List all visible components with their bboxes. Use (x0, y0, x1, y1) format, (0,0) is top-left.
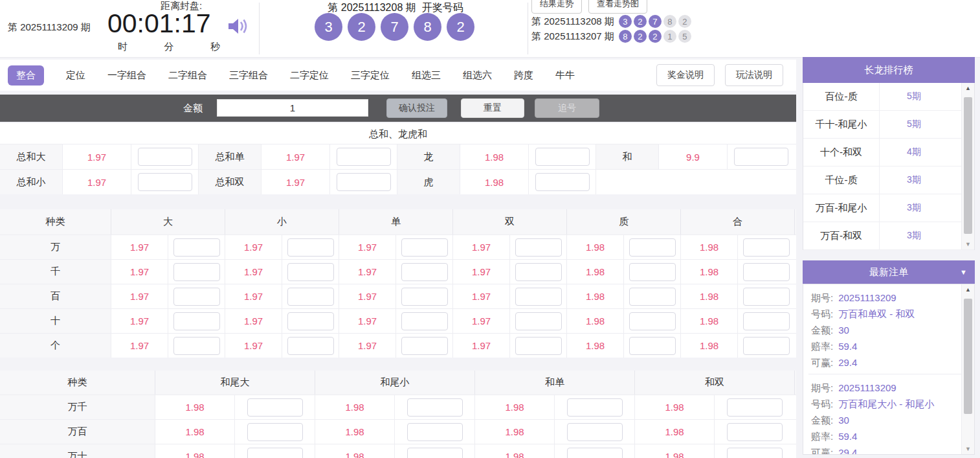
scrollbar[interactable]: ▲ ▼ (961, 83, 974, 249)
list-item[interactable]: 万百-和尾小 3期 (803, 194, 974, 222)
tab-erzi-zuhe[interactable]: 二字组合 (168, 69, 207, 82)
bet-amount-input[interactable] (247, 423, 303, 441)
odds-value: 1.97 (339, 235, 396, 259)
tab-niuniu[interactable]: 牛牛 (555, 69, 575, 82)
scroll-down-icon[interactable]: ▼ (962, 446, 974, 452)
bet-amount-input[interactable] (629, 337, 676, 355)
bet-amount-input[interactable] (727, 448, 783, 458)
bet-amount-input[interactable] (287, 238, 334, 257)
tab-sanzi-dingwei[interactable]: 三字定位 (351, 69, 390, 82)
tab-sanzi-zuhe[interactable]: 三字组合 (229, 69, 268, 82)
scrollbar-thumb[interactable] (964, 97, 972, 234)
bet-amount-input[interactable] (727, 398, 783, 417)
field-label: 期号: (811, 292, 833, 303)
bet-amount-input[interactable] (138, 148, 192, 166)
bet-amount-input[interactable] (401, 238, 448, 257)
bet-amount-input[interactable] (287, 288, 334, 306)
bet-amount-input[interactable] (629, 263, 676, 281)
play-mode-tabbar: 整合 定位 一字组合 二字组合 三字组合 二字定位 三字定位 组选三 组选六 跨… (0, 60, 796, 91)
bet-amount-input[interactable] (337, 173, 391, 191)
bet-amount-input[interactable] (287, 337, 334, 355)
collapse-caret-icon[interactable]: ▼ (960, 268, 967, 276)
list-item[interactable]: 千位-质 3期 (803, 166, 974, 194)
reset-button[interactable]: 重置 (461, 98, 524, 118)
bet-input-cell (330, 144, 397, 169)
bet-amount-input[interactable] (515, 312, 562, 330)
bet-amount-input[interactable] (247, 398, 303, 417)
tab-erzi-dingwei[interactable]: 二字定位 (290, 69, 329, 82)
tab-kuadu[interactable]: 跨度 (514, 69, 533, 82)
scroll-up-icon[interactable]: ▲ (962, 85, 974, 91)
bet-amount-input[interactable] (743, 312, 790, 330)
tab-zuxuan-san[interactable]: 组选三 (412, 69, 441, 82)
bet-amount-input[interactable] (535, 173, 590, 191)
result-trend-button[interactable]: 结果走势 (531, 0, 582, 14)
row-label: 百 (0, 284, 111, 308)
bet-amount-input[interactable] (407, 448, 463, 458)
bet-amount-input[interactable] (173, 238, 220, 257)
tab-zhenghe[interactable]: 整合 (8, 65, 44, 86)
bet-amount-input[interactable] (515, 238, 562, 257)
list-item[interactable]: 千十-和尾小 5期 (803, 111, 974, 139)
bet-amount-input[interactable] (401, 263, 448, 281)
bet-amount-input[interactable] (743, 263, 790, 281)
field-value: 29.4 (838, 447, 857, 455)
bet-amount-input[interactable] (629, 288, 676, 306)
tab-zuxuan-liu[interactable]: 组选六 (463, 69, 492, 82)
bet-amount-input[interactable] (287, 263, 334, 281)
scrollbar-thumb[interactable] (964, 299, 972, 414)
bet-amount-input[interactable] (138, 173, 192, 191)
tab-dingwei[interactable]: 定位 (66, 69, 85, 82)
bet-input-cell (282, 309, 339, 333)
bet-amount-input[interactable] (535, 148, 590, 166)
bonus-info-button[interactable]: 奖金说明 (656, 64, 715, 86)
list-item[interactable]: 万百-和双 3期 (803, 222, 974, 250)
tabs: 整合 定位 一字组合 二字组合 三字组合 二字定位 三字定位 组选三 组选六 跨… (0, 65, 575, 86)
table-row: 万十 1.98 1.98 1.98 1.98 (0, 444, 796, 458)
bet-amount-input[interactable] (401, 312, 448, 330)
bet-amount-input[interactable] (515, 263, 562, 281)
list-item[interactable]: 百位-质 5期 (803, 83, 974, 111)
bet-input-cell (168, 284, 225, 308)
bet-amount-input[interactable] (734, 148, 788, 166)
column-header: 种类 (0, 371, 155, 395)
scroll-up-icon[interactable]: ▲ (962, 286, 974, 293)
odds-value: 1.98 (681, 235, 738, 259)
bet-amount-input[interactable] (401, 288, 448, 306)
bet-amount-input[interactable] (173, 288, 220, 306)
bet-amount-input[interactable] (629, 312, 676, 330)
odds-value: 9.9 (659, 144, 728, 169)
confirm-bet-button[interactable]: 确认投注 (386, 98, 447, 118)
bet-amount-input[interactable] (287, 312, 334, 330)
scrollbar[interactable]: ▲ ▼ (961, 284, 974, 454)
bet-amount-input[interactable] (567, 448, 623, 458)
play-info-button[interactable]: 玩法说明 (725, 64, 783, 86)
bet-amount-input[interactable] (247, 448, 303, 458)
list-item[interactable]: 十个-和双 4期 (803, 139, 974, 166)
bet-input-cell (235, 420, 315, 444)
view-trend-chart-button[interactable]: 查看走势图 (588, 0, 647, 14)
tab-yizi-zuhe[interactable]: 一字组合 (107, 69, 146, 82)
speaker-icon[interactable] (228, 17, 249, 38)
bet-amount-input[interactable] (407, 398, 463, 417)
bet-amount-input[interactable] (515, 337, 562, 355)
scroll-down-icon[interactable]: ▼ (962, 241, 974, 247)
chase-number-button[interactable]: 追号 (535, 98, 599, 118)
bet-amount-input[interactable] (337, 148, 391, 166)
table-row: 总和小 1.97 总和双 1.97 虎 1.98 (0, 169, 796, 194)
bet-amount-input[interactable] (629, 238, 676, 257)
odds-value: 1.98 (315, 395, 395, 419)
bet-amount-input[interactable] (401, 337, 448, 355)
bet-amount-input[interactable] (743, 337, 790, 355)
amount-input[interactable] (217, 99, 368, 117)
bet-amount-input[interactable] (515, 288, 562, 306)
bet-amount-input[interactable] (567, 398, 623, 417)
bet-amount-input[interactable] (743, 288, 790, 306)
bet-amount-input[interactable] (567, 423, 623, 441)
bet-amount-input[interactable] (727, 423, 783, 441)
bet-amount-input[interactable] (407, 423, 463, 441)
bet-amount-input[interactable] (173, 263, 220, 281)
bet-amount-input[interactable] (743, 238, 790, 257)
bet-amount-input[interactable] (173, 312, 220, 330)
bet-amount-input[interactable] (173, 337, 220, 355)
